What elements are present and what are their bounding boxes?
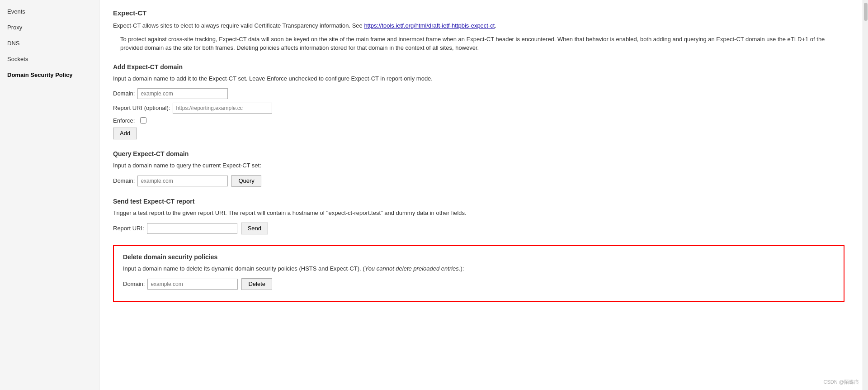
add-report-uri-input[interactable]	[173, 103, 272, 114]
sidebar-item-events[interactable]: Events	[0, 4, 99, 19]
send-test-section: Send test Expect-CT report Trigger a tes…	[113, 198, 844, 234]
query-section-title: Query Expect-CT domain	[113, 150, 844, 157]
sidebar-item-domain-security-policy[interactable]: Domain Security Policy	[0, 67, 99, 83]
query-section-desc: Input a domain name to query the current…	[113, 162, 844, 169]
delete-section-desc: Input a domain name to delete its dynami…	[123, 265, 835, 272]
page-desc-text: Expect-CT allows sites to elect to alway…	[113, 22, 364, 29]
delete-button[interactable]: Delete	[241, 278, 272, 290]
query-expect-ct-section: Query Expect-CT domain Input a domain na…	[113, 150, 844, 187]
delete-domain-row: Domain: Delete	[123, 278, 835, 290]
add-button[interactable]: Add	[113, 128, 137, 139]
delete-desc-end: ):	[460, 265, 464, 272]
send-test-section-title: Send test Expect-CT report	[113, 198, 844, 205]
delete-section-title: Delete domain security policies	[123, 253, 835, 261]
add-expect-ct-section: Add Expect-CT domain Input a domain name…	[113, 63, 844, 139]
delete-domain-label: Domain:	[123, 281, 145, 287]
scrollbar-thumb	[864, 3, 868, 21]
add-domain-row: Domain:	[113, 88, 844, 99]
query-domain-input[interactable]	[137, 176, 228, 186]
sidebar-item-proxy-label: Proxy	[7, 24, 22, 31]
enforce-row: Enforce:	[113, 117, 844, 124]
sidebar-item-sockets-label: Sockets	[7, 56, 28, 62]
sidebar-item-events-label: Events	[7, 8, 25, 15]
query-domain-label: Domain:	[113, 177, 135, 184]
delete-desc-italic: You cannot delete preloaded entries.	[365, 265, 461, 272]
delete-desc-start: Input a domain name to delete its dynami…	[123, 265, 365, 272]
enforce-checkbox[interactable]	[140, 117, 146, 124]
watermark: CSDN @陌蝶痕	[824, 379, 859, 385]
sidebar-item-dns[interactable]: DNS	[0, 35, 99, 51]
query-button[interactable]: Query	[231, 175, 261, 187]
sidebar-item-dns-label: DNS	[7, 40, 19, 47]
delete-domain-input[interactable]	[147, 279, 238, 290]
send-button[interactable]: Send	[241, 223, 268, 234]
add-domain-label: Domain:	[113, 90, 135, 97]
sidebar-item-sockets[interactable]: Sockets	[0, 51, 99, 67]
add-report-uri-row: Report URI (optional):	[113, 103, 844, 114]
send-test-report-uri-row: Report URI: Send	[113, 223, 844, 234]
send-test-report-uri-label: Report URI:	[113, 225, 144, 232]
right-scrollbar[interactable]	[863, 0, 868, 390]
sidebar-item-proxy[interactable]: Proxy	[0, 19, 99, 35]
add-section-desc: Input a domain name to add it to the Exp…	[113, 75, 844, 82]
sidebar: Events Proxy DNS Sockets Domain Security…	[0, 0, 99, 390]
query-domain-row: Domain: Query	[113, 175, 844, 187]
page-title: Expect-CT	[113, 9, 844, 17]
add-section-title: Add Expect-CT domain	[113, 63, 844, 71]
add-report-uri-label: Report URI (optional):	[113, 105, 170, 111]
sidebar-item-domain-security-policy-label: Domain Security Policy	[7, 71, 73, 78]
page-indented-desc: To protect against cross-site tracking, …	[120, 35, 844, 52]
page-desc-end: .	[495, 22, 496, 29]
add-domain-input[interactable]	[137, 88, 228, 99]
send-test-report-uri-input[interactable]	[147, 223, 237, 234]
expect-ct-link[interactable]: https://tools.ietf.org/html/draft-ietf-h…	[364, 22, 495, 29]
send-test-section-desc: Trigger a test report to the given repor…	[113, 209, 844, 216]
add-button-row: Add	[113, 128, 844, 139]
delete-section: Delete domain security policies Input a …	[113, 245, 844, 302]
enforce-label: Enforce:	[113, 117, 135, 124]
main-content: Expect-CT Expect-CT allows sites to elec…	[99, 0, 863, 390]
page-description: Expect-CT allows sites to elect to alway…	[113, 21, 844, 30]
